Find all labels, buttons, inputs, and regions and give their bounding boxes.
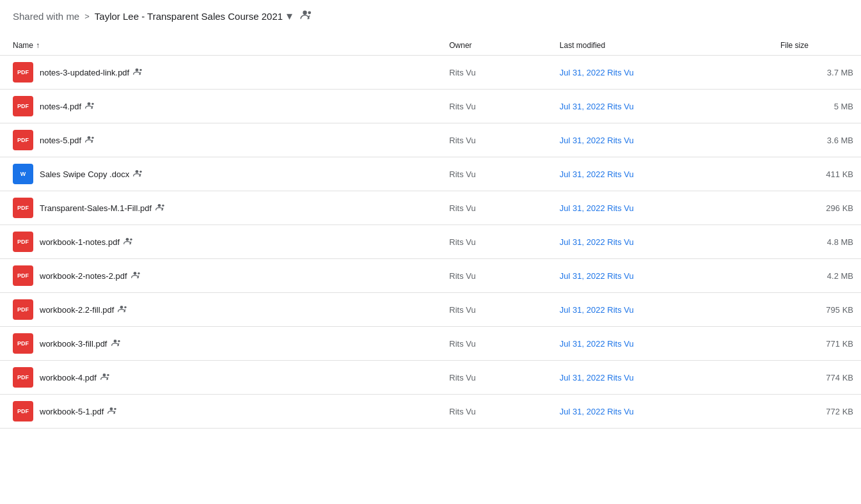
col-header-name[interactable]: Name ↑ — [0, 36, 441, 56]
file-owner: Rits Vu — [441, 395, 552, 429]
file-name-text: workbook-5-1.pdf — [40, 406, 118, 416]
pdf-icon: PDF — [13, 130, 33, 150]
svg-point-6 — [88, 136, 91, 139]
file-size: 5 MB — [773, 90, 861, 123]
file-modified: Jul 31, 2022 Rits Vu — [552, 395, 773, 429]
file-name-text: Transparent-Sales-M.1-Fill.pdf — [40, 203, 166, 213]
svg-point-22 — [110, 407, 113, 411]
folder-name: Taylor Lee - Transparent Sales Course 20… — [95, 9, 292, 23]
docx-icon: W — [13, 164, 33, 184]
svg-point-3 — [140, 69, 142, 71]
file-owner: Rits Vu — [441, 157, 552, 191]
file-owner: Rits Vu — [441, 259, 552, 293]
file-name-cell: WSales Swipe Copy .docx — [0, 157, 441, 191]
file-name-cell: PDFnotes-3-updated-link.pdf — [0, 56, 441, 90]
file-size: 296 KB — [773, 191, 861, 225]
pdf-icon: PDF — [13, 198, 33, 218]
svg-point-2 — [136, 68, 139, 72]
pdf-icon: PDF — [13, 265, 33, 286]
shared-icon — [118, 304, 128, 315]
svg-point-8 — [136, 170, 139, 173]
file-table: Name ↑ Owner Last modified File size PDF… — [0, 36, 861, 429]
svg-point-16 — [120, 306, 123, 309]
pdf-icon: PDF — [13, 299, 33, 320]
file-name-text: notes-3-updated-link.pdf — [40, 67, 143, 77]
shared-people-icon[interactable] — [300, 10, 313, 23]
file-name-cell: PDFworkbook-4.pdf — [0, 361, 441, 395]
file-name-text: workbook-2.2-fill.pdf — [40, 304, 128, 315]
file-modified: Jul 31, 2022 Rits Vu — [552, 90, 773, 123]
shared-with-me-link[interactable]: Shared with me — [13, 11, 79, 22]
table-row[interactable]: PDFworkbook-4.pdfRits VuJul 31, 2022 Rit… — [0, 361, 861, 395]
file-owner: Rits Vu — [441, 191, 552, 225]
file-name-cell: PDFworkbook-2.2-fill.pdf — [0, 293, 441, 327]
col-header-size[interactable]: File size — [773, 36, 861, 56]
table-row[interactable]: PDFworkbook-2.2-fill.pdfRits VuJul 31, 2… — [0, 293, 861, 327]
file-size: 774 KB — [773, 361, 861, 395]
file-owner: Rits Vu — [441, 225, 552, 259]
file-modified: Jul 31, 2022 Rits Vu — [552, 225, 773, 259]
pdf-icon: PDF — [13, 401, 33, 421]
file-size: 795 KB — [773, 293, 861, 327]
svg-point-11 — [162, 205, 164, 207]
svg-point-14 — [133, 272, 136, 275]
svg-point-20 — [103, 374, 106, 377]
file-owner: Rits Vu — [441, 361, 552, 395]
file-modified: Jul 31, 2022 Rits Vu — [552, 157, 773, 191]
svg-point-21 — [107, 374, 109, 376]
file-owner: Rits Vu — [441, 56, 552, 90]
shared-icon — [85, 101, 95, 111]
file-owner: Rits Vu — [441, 327, 552, 361]
file-name-text: notes-4.pdf — [40, 101, 95, 111]
pdf-icon: PDF — [13, 333, 33, 354]
folder-name-text[interactable]: Taylor Lee - Transparent Sales Course 20… — [95, 11, 283, 22]
file-size: 772 KB — [773, 395, 861, 429]
svg-point-12 — [126, 238, 129, 241]
table-header-row: Name ↑ Owner Last modified File size — [0, 36, 861, 56]
sort-arrow-icon: ↑ — [36, 41, 40, 50]
table-row[interactable]: PDFTransparent-Sales-M.1-Fill.pdfRits Vu… — [0, 191, 861, 225]
shared-icon — [85, 135, 95, 145]
pdf-icon: PDF — [13, 96, 33, 116]
file-list: PDFnotes-3-updated-link.pdfRits VuJul 31… — [0, 56, 861, 429]
file-name-text: Sales Swipe Copy .docx — [40, 169, 143, 179]
svg-point-17 — [125, 306, 127, 308]
pdf-icon: PDF — [13, 232, 33, 252]
file-modified: Jul 31, 2022 Rits Vu — [552, 361, 773, 395]
table-row[interactable]: PDFnotes-5.pdfRits VuJul 31, 2022 Rits V… — [0, 123, 861, 157]
file-owner: Rits Vu — [441, 123, 552, 157]
svg-point-9 — [140, 171, 142, 173]
file-size: 3.6 MB — [773, 123, 861, 157]
svg-point-19 — [118, 340, 120, 342]
shared-icon — [133, 169, 143, 179]
breadcrumb: Shared with me > Taylor Lee - Transparen… — [0, 0, 861, 29]
table-row[interactable]: PDFnotes-3-updated-link.pdfRits VuJul 31… — [0, 56, 861, 90]
table-row[interactable]: WSales Swipe Copy .docxRits VuJul 31, 20… — [0, 157, 861, 191]
table-row[interactable]: PDFworkbook-1-notes.pdfRits VuJul 31, 20… — [0, 225, 861, 259]
file-modified: Jul 31, 2022 Rits Vu — [552, 259, 773, 293]
file-modified: Jul 31, 2022 Rits Vu — [552, 293, 773, 327]
table-row[interactable]: PDFworkbook-3-fill.pdfRits VuJul 31, 202… — [0, 327, 861, 361]
table-row[interactable]: PDFworkbook-5-1.pdfRits VuJul 31, 2022 R… — [0, 395, 861, 429]
file-modified: Jul 31, 2022 Rits Vu — [552, 123, 773, 157]
svg-point-23 — [115, 408, 116, 410]
file-name-text: workbook-4.pdf — [40, 372, 111, 382]
svg-point-7 — [91, 137, 93, 139]
shared-icon — [133, 67, 143, 77]
pdf-icon: PDF — [13, 367, 33, 388]
shared-icon — [131, 271, 141, 281]
file-name-cell: PDFworkbook-5-1.pdf — [0, 395, 441, 429]
table-row[interactable]: PDFworkbook-2-notes-2.pdfRits VuJul 31, … — [0, 259, 861, 293]
file-name-cell: PDFnotes-5.pdf — [0, 123, 441, 157]
file-size: 3.7 MB — [773, 56, 861, 90]
folder-dropdown-icon[interactable]: ▾ — [287, 9, 292, 23]
file-name-text: workbook-3-fill.pdf — [40, 338, 122, 349]
shared-icon — [107, 406, 118, 416]
svg-point-10 — [158, 204, 161, 207]
col-header-modified[interactable]: Last modified — [552, 36, 773, 56]
table-row[interactable]: PDFnotes-4.pdfRits VuJul 31, 2022 Rits V… — [0, 90, 861, 123]
col-header-owner[interactable]: Owner — [441, 36, 552, 56]
svg-point-0 — [303, 10, 307, 14]
file-owner: Rits Vu — [441, 90, 552, 123]
file-size: 4.2 MB — [773, 259, 861, 293]
